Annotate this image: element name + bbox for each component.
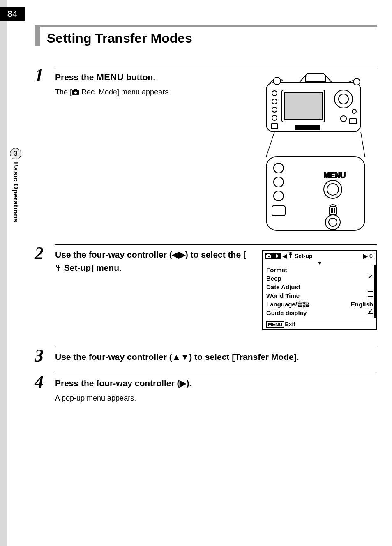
svg-rect-36 bbox=[267, 254, 270, 255]
menu-item-world-time: World Time bbox=[266, 291, 373, 300]
step-3-heading: Use the four-way controller (▲▼) to sele… bbox=[55, 350, 377, 364]
svg-rect-1 bbox=[74, 89, 77, 91]
chapter-tab: 3 Basic Operations bbox=[10, 148, 21, 223]
section-title-bar: Setting Transfer Modes bbox=[35, 25, 377, 46]
svg-line-20 bbox=[266, 132, 274, 157]
page-content: Setting Transfer Modes 1 Press the MENU … bbox=[35, 25, 377, 411]
lcd-tab-bar: ◀ Set-up ▶ C bbox=[263, 251, 376, 260]
svg-point-17 bbox=[273, 77, 281, 85]
lcd-footer: MENUExit bbox=[263, 319, 376, 329]
lcd-menu-list: ▼ Format Beep Date Adjust World Time Lan… bbox=[263, 260, 376, 319]
lcd-scrollbar bbox=[374, 265, 376, 318]
svg-point-13 bbox=[339, 94, 348, 104]
svg-marker-38 bbox=[276, 254, 279, 258]
svg-point-37 bbox=[268, 256, 270, 257]
setup-tab-icon bbox=[288, 252, 293, 259]
svg-point-31 bbox=[274, 163, 284, 173]
rec-mode-tab-icon bbox=[265, 253, 273, 259]
camera-icon bbox=[72, 88, 79, 97]
step-2-heading: Use the four-way controller (◀▶) to sele… bbox=[55, 248, 252, 274]
svg-line-21 bbox=[361, 132, 365, 157]
svg-point-7 bbox=[272, 91, 277, 96]
step-number: 2 bbox=[35, 244, 55, 330]
checkbox-checked-icon bbox=[368, 274, 373, 279]
svg-point-14 bbox=[341, 116, 346, 122]
menu-button-label: MENU bbox=[324, 171, 346, 180]
menu-item-date-adjust: Date Adjust bbox=[266, 283, 373, 291]
svg-point-32 bbox=[274, 177, 284, 187]
svg-rect-19 bbox=[295, 125, 320, 129]
step-4-heading: Press the four-way controller (▶). bbox=[55, 377, 377, 390]
svg-rect-34 bbox=[272, 206, 285, 216]
lcd-tab-title: Set-up bbox=[295, 253, 313, 259]
camera-illustration: MENU bbox=[254, 70, 377, 236]
svg-rect-11 bbox=[271, 124, 278, 129]
svg-rect-16 bbox=[349, 119, 357, 124]
step-1: 1 Press the MENU button. The [ Rec. Mode… bbox=[35, 67, 377, 236]
menu-badge: MENU bbox=[266, 321, 284, 328]
down-marker-icon: ▼ bbox=[266, 261, 373, 265]
lcd-screen: ◀ Set-up ▶ C ▼ Format Beep Date Adjust bbox=[262, 250, 377, 330]
checkbox-checked-icon bbox=[368, 309, 373, 314]
tool-icon bbox=[55, 263, 62, 272]
section-title: Setting Transfer Modes bbox=[47, 31, 377, 46]
chapter-title: Basic Operations bbox=[12, 162, 20, 223]
svg-point-33 bbox=[274, 191, 284, 201]
svg-point-2 bbox=[74, 91, 77, 94]
step-number: 4 bbox=[35, 373, 55, 403]
arrow-right-icon: ▶ bbox=[363, 253, 368, 259]
step-number: 1 bbox=[35, 67, 55, 236]
step-3: 3 Use the four-way controller (▲▼) to se… bbox=[35, 347, 377, 365]
checkbox-unchecked-icon bbox=[368, 291, 373, 297]
arrow-left-icon: ◀ bbox=[283, 253, 287, 259]
playback-tab-icon bbox=[273, 253, 281, 259]
svg-point-15 bbox=[352, 109, 356, 113]
step-2: 2 Use the four-way controller (◀▶) to se… bbox=[35, 244, 377, 330]
step-number: 3 bbox=[35, 347, 55, 365]
menu-item-beep: Beep bbox=[266, 274, 373, 283]
step-1-heading: Press the MENU button. bbox=[55, 70, 246, 84]
svg-rect-6 bbox=[284, 92, 322, 120]
step-4: 4 Press the four-way controller (▶). A p… bbox=[35, 373, 377, 403]
chapter-number: 3 bbox=[10, 148, 21, 159]
svg-point-18 bbox=[353, 78, 360, 85]
svg-point-10 bbox=[272, 115, 277, 120]
svg-point-8 bbox=[272, 99, 277, 104]
custom-tab-icon: C bbox=[368, 253, 374, 259]
step-1-description: The [ Rec. Mode] menu appears. bbox=[55, 88, 246, 97]
menu-item-language: Language/言語English bbox=[266, 300, 373, 309]
left-margin-strip bbox=[0, 0, 7, 546]
menu-item-guide-display: Guide display bbox=[266, 309, 373, 317]
step-4-description: A pop-up menu appears. bbox=[55, 394, 377, 403]
menu-item-format: Format bbox=[266, 265, 373, 274]
page-number: 84 bbox=[0, 7, 25, 21]
svg-point-30 bbox=[329, 218, 337, 226]
svg-rect-4 bbox=[305, 76, 326, 82]
svg-point-9 bbox=[272, 107, 277, 112]
svg-point-24 bbox=[327, 184, 339, 195]
